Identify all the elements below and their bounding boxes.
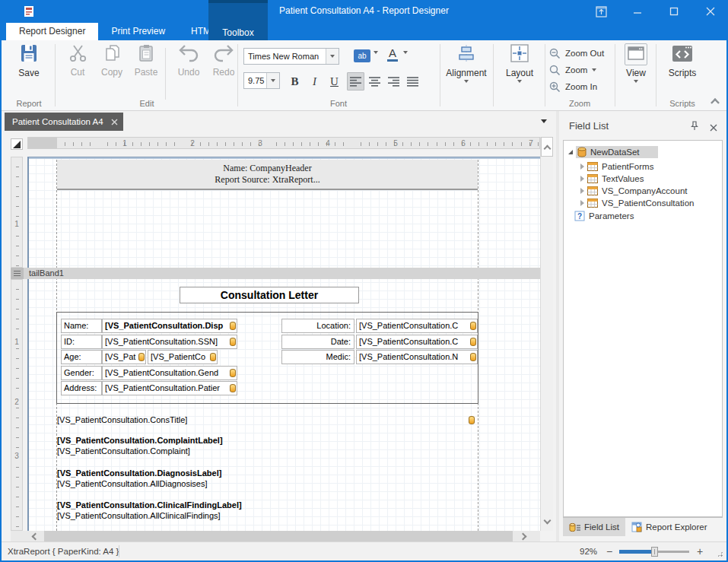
clinical-finding-label-field[interactable]: [VS_PatientConsultation.ClinicalFindingL… — [57, 500, 242, 510]
panel-close-icon[interactable] — [710, 121, 717, 135]
expand-icon[interactable] — [580, 188, 584, 194]
zoom-in-button[interactable]: Zoom In — [549, 78, 597, 95]
ribbon-display-options-button[interactable] — [584, 0, 618, 23]
tree-node-patientforms[interactable]: PatientForms — [564, 160, 722, 173]
tree-node-vs-patientconsultation[interactable]: VS_PatientConsultation — [564, 196, 722, 209]
consultation-title-label[interactable]: Consultation Letter — [180, 287, 359, 303]
scroll-up-button[interactable] — [541, 137, 553, 157]
font-name-dropdown[interactable] — [326, 49, 339, 64]
paste-button[interactable]: Paste — [125, 43, 167, 98]
font-size-combo[interactable]: 9.75 — [243, 72, 280, 89]
horizontal-scrollbar[interactable] — [11, 531, 540, 541]
group-label-scripts: Scripts — [659, 99, 706, 108]
resize-grip[interactable] — [717, 551, 723, 557]
field-label[interactable]: Age: — [61, 350, 102, 364]
field-value[interactable]: [VS_PatientConsultation.Gend — [102, 366, 237, 380]
detail-band-strip[interactable]: tailBand1 — [11, 268, 540, 279]
zoom-out-button[interactable]: Zoom Out — [549, 45, 604, 62]
tab-report-designer[interactable]: Report Designer — [6, 23, 98, 40]
field-label[interactable]: ID: — [61, 335, 102, 349]
field-label[interactable]: Location: — [281, 319, 354, 333]
ribbon-collapse-button[interactable] — [712, 95, 718, 109]
minimize-button[interactable] — [621, 0, 654, 23]
text-highlight-dropdown[interactable] — [374, 54, 378, 68]
scroll-left-button[interactable] — [26, 531, 43, 541]
collapse-icon[interactable] — [568, 150, 573, 154]
save-button[interactable]: Save — [8, 43, 50, 98]
tab-report-explorer[interactable]: Report Explorer — [625, 518, 714, 536]
field-label[interactable]: Name: — [61, 319, 102, 333]
field-value[interactable]: [VS_PatientConsultation.C — [356, 319, 478, 333]
tree-node-newdataset[interactable]: NewDataSet — [564, 145, 722, 158]
all-diagnosises-field[interactable]: [VS_PatientConsultation.AllDiagnosises] — [57, 479, 208, 488]
font-size-dropdown[interactable] — [266, 73, 279, 88]
diagnosis-label-field[interactable]: [VS_PatientConsultation.DiagnosisLabel] — [57, 468, 221, 478]
zoom-slider[interactable] — [619, 551, 689, 553]
field-value[interactable]: [VS_Pat — [102, 350, 146, 364]
vertical-scrollbar[interactable] — [540, 137, 553, 531]
complaint-field[interactable]: [VS_PatientConsultation.Complaint] — [57, 446, 190, 456]
expand-icon[interactable] — [580, 200, 584, 206]
tab-print-preview[interactable]: Print Preview — [98, 23, 178, 40]
all-clinical-findings-field[interactable]: [VS_PatientConsultation.AllClinicalFindi… — [57, 511, 221, 520]
tree-node-vs-companyaccount[interactable]: VS_CompanyAccount — [564, 184, 722, 197]
table-icon — [587, 162, 598, 171]
font-color-dropdown[interactable] — [403, 54, 408, 68]
zoom-in-plus-button[interactable]: + — [697, 545, 703, 557]
document-tab-close-icon[interactable] — [111, 119, 118, 125]
scroll-right-button[interactable] — [516, 531, 532, 541]
field-label[interactable]: Gender: — [61, 366, 102, 380]
zoom-out-minus-button[interactable]: − — [606, 545, 612, 557]
horizontal-scroll-thumb[interactable] — [44, 531, 513, 541]
cons-title-field[interactable]: [VS_PatientConsultation.ConsTitle] — [57, 415, 187, 424]
field-value[interactable]: [VS_PatientConsultation.Patier — [102, 381, 237, 395]
tab-field-list[interactable]: Field List — [563, 518, 625, 536]
band-grip-icon[interactable] — [11, 268, 24, 279]
pin-icon[interactable] — [690, 120, 699, 134]
layout-button[interactable]: Layout — [496, 43, 543, 98]
view-button[interactable]: View — [618, 43, 654, 98]
company-header-subreport[interactable]: Name: CompanyHeader Report Source: XtraR… — [57, 160, 478, 190]
tab-toolbox[interactable]: Toolbox — [208, 0, 268, 40]
close-button[interactable] — [694, 0, 727, 23]
tree-node-parameters[interactable]: ? Parameters — [564, 209, 722, 222]
complaint-label-field[interactable]: [VS_PatientConsultation.ComplaintLabel] — [57, 436, 223, 445]
font-name-combo[interactable]: Times New Roman — [243, 48, 339, 65]
align-right-button[interactable] — [385, 72, 402, 90]
window-title: Patient Consultation A4 - Report Designe… — [0, 5, 728, 16]
field-value[interactable]: [VS_PatientConsultation.Disp — [102, 319, 237, 333]
save-icon — [19, 43, 39, 63]
underline-button[interactable]: U — [326, 72, 343, 90]
font-color-button[interactable]: A — [387, 46, 398, 62]
panel-tab-bar: Field List Report Explorer — [563, 517, 723, 536]
alignment-button[interactable]: Alignment — [443, 43, 490, 98]
field-label[interactable]: Date: — [281, 335, 354, 349]
align-center-button[interactable] — [366, 72, 383, 90]
expand-icon[interactable] — [580, 164, 584, 170]
scripts-button[interactable]: Scripts — [659, 43, 706, 98]
tree-node-textvalues[interactable]: TextValues — [564, 172, 722, 185]
scroll-down-button[interactable] — [541, 513, 553, 531]
italic-button[interactable]: I — [306, 72, 323, 90]
justify-button[interactable] — [404, 72, 421, 90]
redo-button[interactable]: Redo — [202, 43, 245, 98]
field-label[interactable]: Medic: — [281, 350, 354, 364]
document-tab[interactable]: Patient Consultation A4 — [5, 113, 123, 131]
data-field-icon — [230, 322, 236, 330]
field-label[interactable]: Address: — [61, 381, 102, 395]
document-list-dropdown-icon[interactable] — [541, 119, 547, 123]
zoom-slider-thumb[interactable] — [651, 547, 658, 557]
align-left-button[interactable] — [347, 72, 364, 90]
field-value[interactable]: [VS_PatientCo — [148, 350, 218, 364]
expand-icon[interactable] — [580, 176, 584, 182]
field-value[interactable]: [VS_PatientConsultation.SSN] — [102, 335, 237, 349]
tree-node-label: PatientForms — [602, 162, 653, 171]
table-icon — [587, 174, 598, 183]
zoom-button[interactable]: Zoom — [549, 62, 596, 78]
maximize-button[interactable] — [657, 0, 691, 23]
bold-button[interactable]: B — [286, 72, 304, 90]
ruler-corner-button[interactable] — [11, 138, 23, 150]
text-highlight-button[interactable]: ab — [354, 49, 370, 62]
field-value[interactable]: [VS_PatientConsultation.C — [356, 335, 478, 349]
field-value[interactable]: [VS_PatientConsultation.N — [356, 350, 478, 364]
